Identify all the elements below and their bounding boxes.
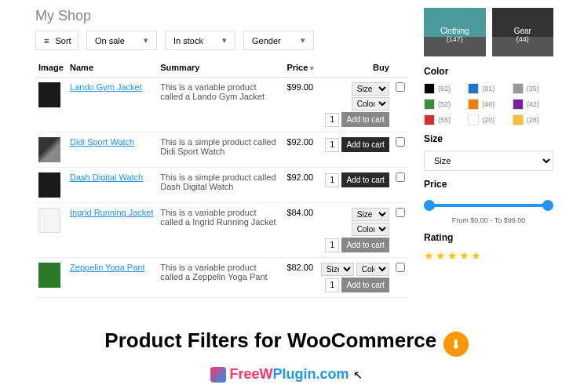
add-to-cart-button[interactable]: Add to cart <box>341 172 389 187</box>
product-table: Image Name Summary Price Buy Lando Gym J… <box>35 58 408 298</box>
qty-input[interactable]: 1 <box>325 113 339 127</box>
product-price: $84.00 <box>283 203 317 258</box>
product-image[interactable] <box>38 208 60 233</box>
qty-input[interactable]: 1 <box>325 173 339 187</box>
price-slider[interactable] <box>424 198 553 213</box>
color-swatch <box>424 114 435 125</box>
color-swatch <box>468 83 479 94</box>
col-name[interactable]: Name <box>67 58 157 78</box>
color-count: (62) <box>438 85 451 93</box>
brand-link[interactable]: FreeWPlugin.com ↖ <box>0 366 573 383</box>
compare-checkbox[interactable] <box>396 208 405 217</box>
product-price: $92.00 <box>283 132 317 168</box>
col-image[interactable]: Image <box>35 58 67 78</box>
download-icon[interactable] <box>443 332 469 357</box>
banner-title: Product Filters for WooCommerce <box>104 328 436 352</box>
slider-handle-min[interactable] <box>424 200 435 211</box>
product-link[interactable]: Zeppelin Yoga Pant <box>70 263 144 272</box>
qty-input[interactable]: 1 <box>325 138 339 152</box>
slider-handle-max[interactable] <box>542 200 553 211</box>
color-filter[interactable]: (62) <box>424 83 465 94</box>
size-section-title: Size <box>424 133 553 144</box>
product-image[interactable] <box>38 82 60 107</box>
compare-checkbox[interactable] <box>396 137 405 147</box>
color-count: (52) <box>438 100 451 108</box>
add-to-cart-button[interactable]: Add to cart <box>341 137 389 152</box>
table-row: Dash Digital Watch This is a simple prod… <box>35 168 408 203</box>
sort-button[interactable]: Sort <box>35 31 78 50</box>
add-to-cart-button[interactable]: Add to cart <box>341 112 389 127</box>
product-summary: This is a variable product called a Ingr… <box>157 203 283 258</box>
product-link[interactable]: Lando Gym Jacket <box>70 82 142 92</box>
category-clothing[interactable]: Clothing (147) <box>424 8 486 56</box>
compare-checkbox[interactable] <box>396 263 405 272</box>
color-count: (55) <box>438 116 451 124</box>
onsale-filter[interactable]: On sale <box>86 31 157 50</box>
color-select[interactable]: Color <box>352 97 389 111</box>
add-to-cart-button[interactable]: Add to cart <box>341 278 389 292</box>
product-image[interactable] <box>38 263 60 288</box>
product-link[interactable]: Didi Sport Watch <box>70 137 134 147</box>
footer-banner: Product Filters for WooCommerce FreeWPlu… <box>0 319 573 392</box>
table-row: Didi Sport Watch This is a simple produc… <box>35 132 408 168</box>
page-title: My Shop <box>35 8 408 24</box>
product-link[interactable]: Ingrid Running Jacket <box>70 208 153 217</box>
product-image[interactable] <box>38 137 60 162</box>
product-summary: This is a simple product called Didi Spo… <box>157 132 283 168</box>
compare-checkbox[interactable] <box>396 172 405 182</box>
slider-track <box>424 204 553 207</box>
qty-input[interactable]: 1 <box>325 278 339 292</box>
size-select[interactable]: Size <box>352 82 389 96</box>
rating-section-title: Rating <box>424 232 553 243</box>
qty-input[interactable]: 1 <box>325 238 339 252</box>
color-filter[interactable]: (55) <box>424 114 465 125</box>
product-link[interactable]: Dash Digital Watch <box>70 172 143 182</box>
table-row: Ingrid Running Jacket This is a variable… <box>35 203 408 258</box>
color-select[interactable]: Color <box>356 263 389 276</box>
gender-filter[interactable]: Gender <box>243 31 314 50</box>
size-select[interactable]: Size <box>352 208 389 221</box>
category-name: Clothing <box>427 27 483 35</box>
product-summary: This is a variable product called a Zepp… <box>157 258 283 298</box>
product-price: $92.00 <box>283 168 317 203</box>
category-count: (44) <box>495 35 551 43</box>
price-range-label: From $0.00 - To $99.00 <box>424 216 553 224</box>
compare-checkbox[interactable] <box>396 82 405 92</box>
color-filter[interactable]: (42) <box>513 99 553 110</box>
color-count: (81) <box>482 85 495 93</box>
category-name: Gear <box>495 27 551 35</box>
size-select[interactable]: Size <box>424 151 553 171</box>
color-count: (20) <box>482 116 495 124</box>
color-swatch <box>513 99 524 110</box>
category-gear[interactable]: Gear (44) <box>492 8 554 56</box>
color-filter[interactable]: (35) <box>513 83 553 94</box>
product-image[interactable] <box>38 172 60 198</box>
category-count: (147) <box>427 35 483 43</box>
add-to-cart-button[interactable]: Add to cart <box>341 238 389 252</box>
size-select[interactable]: Size <box>321 263 354 276</box>
color-count: (42) <box>527 100 539 108</box>
color-filter[interactable]: (52) <box>424 99 465 110</box>
brand-logo-icon <box>210 367 226 383</box>
color-filter[interactable]: (81) <box>468 83 509 94</box>
color-select[interactable]: Color <box>352 223 389 236</box>
col-price[interactable]: Price <box>283 58 317 78</box>
color-swatch <box>513 114 524 125</box>
filter-bar: Sort On sale In stock Gender <box>35 31 408 50</box>
color-filter[interactable]: (28) <box>513 114 553 125</box>
product-summary: This is a variable product called a Land… <box>157 78 283 132</box>
color-section-title: Color <box>424 66 553 77</box>
color-swatch <box>424 83 435 94</box>
rating-stars[interactable]: ★★★★★ <box>424 249 553 262</box>
product-price: $82.00 <box>283 258 317 298</box>
color-swatch <box>513 83 524 94</box>
instock-filter[interactable]: In stock <box>165 31 235 50</box>
color-filter[interactable]: (40) <box>468 99 509 110</box>
table-row: Lando Gym Jacket This is a variable prod… <box>35 78 408 132</box>
price-section-title: Price <box>424 179 553 190</box>
color-filter[interactable]: (20) <box>468 114 509 125</box>
col-summary[interactable]: Summary <box>157 58 283 78</box>
color-count: (35) <box>527 85 539 93</box>
product-price: $99.00 <box>283 78 317 132</box>
color-swatch <box>424 99 435 110</box>
